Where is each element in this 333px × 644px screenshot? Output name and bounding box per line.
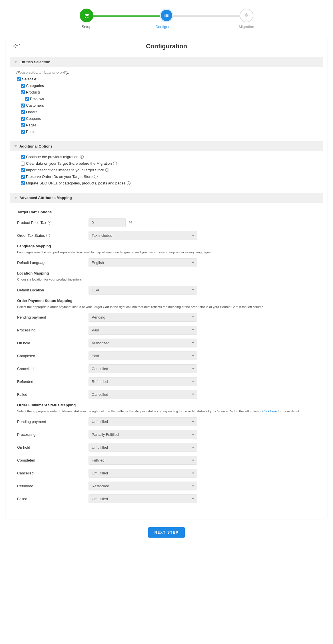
option-label[interactable]: Import descriptions images to your Targe… <box>26 168 104 172</box>
fulfillment-status-row: CancelledUnfulfilled <box>17 469 316 478</box>
fulfillment-status-select[interactable]: Unfulfilled <box>89 494 197 503</box>
fulfillment-status-label: Cancelled <box>17 471 89 475</box>
click-here-link[interactable]: Click here <box>262 410 277 413</box>
payment-status-label: Failed <box>17 392 89 397</box>
option-label[interactable]: Continue the previous migration <box>26 155 79 159</box>
fulfillment-status-label: Failed <box>17 497 89 501</box>
info-icon[interactable]: i <box>94 175 98 178</box>
section-options-header[interactable]: Additional Options <box>10 141 323 151</box>
section-mapping-header[interactable]: Advanced Attributes Mapping <box>10 193 323 203</box>
fulfillment-status-select[interactable]: Fulfilled <box>89 456 197 465</box>
chk-products[interactable] <box>21 90 25 94</box>
option-checkbox[interactable] <box>21 175 25 179</box>
step-setup[interactable]: Setup <box>47 9 127 29</box>
payment-status-label: Refunded <box>17 379 89 384</box>
step-label-setup: Setup <box>82 25 91 29</box>
info-icon[interactable]: i <box>80 155 84 159</box>
payment-status-select[interactable]: Paid <box>89 351 197 360</box>
fulfillment-status-row: ProcessingPartially Fulfilled <box>17 430 316 439</box>
payment-status-select[interactable]: Paid <box>89 326 197 335</box>
info-icon[interactable]: i <box>105 168 109 172</box>
select-all-label[interactable]: Select All <box>22 77 39 81</box>
info-icon[interactable]: i <box>127 181 131 185</box>
payment-status-select[interactable]: Authorized <box>89 339 197 347</box>
fulfillment-status-label: Refunded <box>17 484 89 488</box>
default-loc-select[interactable]: USA <box>89 286 197 295</box>
option-checkbox[interactable] <box>21 155 25 159</box>
payment-status-select[interactable]: Cancelled <box>89 364 197 373</box>
chevron-down-icon <box>14 145 17 147</box>
step-configuration[interactable]: Configuration <box>127 9 206 29</box>
section-entities-title: Entities Selection <box>19 60 50 64</box>
option-label[interactable]: Clear data on your Target Store before t… <box>26 161 112 166</box>
option-row: Migrate SEO URLs of categories, products… <box>21 181 320 185</box>
payment-status-row: On holdAuthorized <box>17 339 316 347</box>
config-card: Configuration Entities Selection Please … <box>6 37 327 519</box>
fulfillment-status-label: Completed <box>17 458 89 462</box>
payment-status-select[interactable]: Pending <box>89 313 197 322</box>
fulfillment-status-row: CompletedFulfilled <box>17 456 316 465</box>
chk-coupons[interactable] <box>21 117 25 121</box>
entities-hint: Please select at least one entity. <box>16 70 320 75</box>
step-migration[interactable]: Migration <box>206 9 286 29</box>
fulfillment-status-select[interactable]: Partially Fulfilled <box>89 430 197 439</box>
payment-status-label: Pending payment <box>17 315 89 319</box>
chk-posts[interactable] <box>21 130 25 134</box>
option-label[interactable]: Preserve Order IDs on your Target Store <box>26 174 93 179</box>
option-row: Clear data on your Target Store before t… <box>21 161 320 166</box>
option-label[interactable]: Migrate SEO URLs of categories, products… <box>26 181 125 185</box>
payment-status-select[interactable]: Refunded <box>89 377 197 386</box>
pct-label: % <box>129 220 133 225</box>
payment-status-row: RefundedRefunded <box>17 377 316 386</box>
chk-orders[interactable] <box>21 110 25 114</box>
target-cart-title: Target Cart Options <box>17 210 316 214</box>
cart-icon <box>80 9 93 22</box>
payment-title: Order Payment Status Mapping <box>17 299 316 303</box>
fulfillment-status-select[interactable]: Restocked <box>89 482 197 490</box>
info-icon[interactable]: i <box>48 221 51 224</box>
chk-pages[interactable] <box>21 123 25 127</box>
location-desc: Choose a location for your product inven… <box>17 277 316 282</box>
chk-customers[interactable] <box>21 104 25 108</box>
default-lang-label: Default Language <box>17 261 89 265</box>
info-icon[interactable]: i <box>46 234 50 237</box>
fulfillment-status-row: FailedUnfulfilled <box>17 494 316 503</box>
payment-status-select[interactable]: Cancelled <box>89 390 197 399</box>
fulfillment-title: Order Fulfillment Status Mapping <box>17 403 316 407</box>
chevron-down-icon <box>14 61 17 63</box>
fulfillment-status-row: On holdUnfulfilled <box>17 443 316 452</box>
info-icon[interactable]: i <box>113 162 117 165</box>
payment-status-row: CompletedPaid <box>17 351 316 360</box>
option-row: Import descriptions images to your Targe… <box>21 168 320 172</box>
chevron-down-icon <box>14 197 17 199</box>
fulfillment-status-select[interactable]: Unfulfilled <box>89 417 197 426</box>
order-tax-select[interactable]: Tax included <box>89 231 197 240</box>
payment-desc: Select the appropriate order payment sta… <box>17 305 316 309</box>
option-row: Continue the previous migrationi <box>21 155 320 159</box>
next-step-button[interactable]: NEXT STEP <box>148 527 185 538</box>
option-checkbox[interactable] <box>21 168 25 172</box>
default-lang-select[interactable]: English <box>89 258 197 267</box>
fulfillment-status-select[interactable]: Unfulfilled <box>89 443 197 452</box>
fulfillment-status-select[interactable]: Unfulfilled <box>89 469 197 478</box>
price-tax-input[interactable] <box>89 218 126 227</box>
rocket-icon <box>240 9 253 22</box>
section-entities-header[interactable]: Entities Selection <box>10 57 323 67</box>
select-all-checkbox[interactable] <box>17 77 21 81</box>
payment-status-label: Completed <box>17 354 89 358</box>
fulfillment-status-label: Processing <box>17 432 89 437</box>
order-tax-label: Order Tax Status <box>17 233 45 238</box>
payment-status-row: ProcessingPaid <box>17 326 316 335</box>
price-tax-label: Product Price Tax <box>17 220 46 225</box>
select-all-row: Select All <box>17 77 320 81</box>
list-icon <box>160 9 173 22</box>
payment-status-label: Cancelled <box>17 367 89 371</box>
chk-reviews[interactable] <box>25 97 29 101</box>
option-checkbox[interactable] <box>21 181 25 185</box>
payment-status-row: Pending paymentPending <box>17 313 316 322</box>
back-arrow-icon[interactable] <box>13 43 21 50</box>
page-title: Configuration <box>13 43 320 50</box>
step-label-config: Configuration <box>155 25 177 29</box>
chk-categories[interactable] <box>21 84 25 88</box>
option-checkbox[interactable] <box>21 162 25 166</box>
